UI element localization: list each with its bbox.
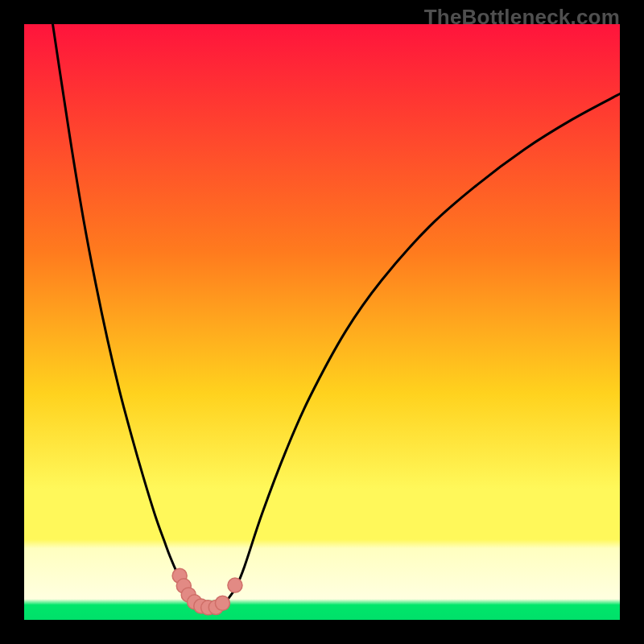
curve-left-arm <box>53 24 213 608</box>
curve-right-arm <box>212 94 620 609</box>
trough-markers <box>172 568 242 615</box>
chart-frame: TheBottleneck.com <box>0 0 644 644</box>
trough-marker <box>228 578 242 592</box>
curve-layer <box>24 24 620 620</box>
plot-area <box>24 24 620 620</box>
trough-marker <box>215 596 229 610</box>
watermark-text: TheBottleneck.com <box>424 5 620 30</box>
